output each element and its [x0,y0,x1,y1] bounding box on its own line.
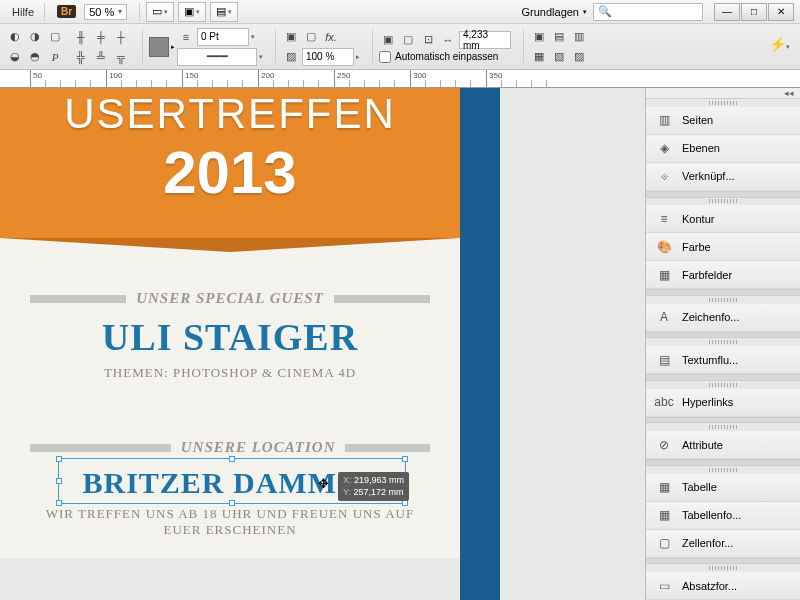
section-label: UNSER SPECIAL GUEST [136,290,324,307]
panel-icon: ⟐ [656,168,672,184]
fx-button[interactable]: fx. [322,28,340,46]
guest-name: ULI STAIGER [30,315,430,359]
section-label: UNSERE LOCATION [181,439,336,456]
panel-label: Kontur [682,213,714,225]
panel-icon: ≡ [656,211,672,227]
frame-size-icon[interactable]: ↔ [439,31,457,49]
align-icon[interactable]: ╫ [72,28,90,46]
search-field[interactable]: 🔍 [593,3,703,21]
panel-item[interactable]: ▤Textumflu... [646,346,800,374]
panel-item[interactable]: AZeichenfo... [646,304,800,332]
wrap-icon[interactable]: ▦ [530,48,548,66]
panel-label: Verknüpf... [682,170,735,182]
frame-fit-icon[interactable]: ▢ [399,31,417,49]
panel-icon: ▥ [656,112,672,128]
cursor-icon: ✥ [318,476,329,491]
maximize-button[interactable]: □ [741,3,767,21]
panel-label: Zeichenfo... [682,311,739,323]
canvas-area[interactable]: USERTREFFEN 2013 UNSER SPECIAL GUEST ULI… [0,88,645,600]
panel-label: Seiten [682,114,713,126]
quick-apply-icon[interactable]: ⚡▾ [769,36,790,52]
panel-item[interactable]: ◈Ebenen [646,135,800,163]
panel-item[interactable]: abcHyperlinks [646,389,800,417]
wrap-icon[interactable]: ▣ [530,28,548,46]
stroke-icon[interactable]: ≡ [177,28,195,46]
panel-label: Textumflu... [682,354,738,366]
panel-item[interactable]: ⟐Verknüpf... [646,163,800,191]
banner-title-1: USERTREFFEN [0,88,460,138]
collapse-panels-icon[interactable]: ◂◂ [646,88,800,99]
tool-icon[interactable]: ◑ [26,28,44,46]
align-icon[interactable]: ╦ [112,48,130,66]
panel-icon: ▦ [656,479,672,495]
wrap-icon[interactable]: ▥ [570,28,588,46]
bridge-badge[interactable]: Br [57,5,76,18]
tool-icon[interactable]: ◐ [6,28,24,46]
stroke-style[interactable]: ━━━ [177,48,257,66]
panel-item[interactable]: ▦Farbfelder [646,261,800,289]
menubar: Hilfe Br 50 %▾ ▭▾ ▣▾ ▤▾ Grundlagen▾ 🔍 — … [0,0,800,24]
panel-item[interactable]: ▦Tabelle [646,474,800,502]
panel-icon: ▢ [656,535,672,551]
panel-icon: ▤ [656,352,672,368]
frame-size-field[interactable]: 4,233 mm [459,31,511,49]
align-icon[interactable]: ╪ [92,28,110,46]
panel-label: Ebenen [682,142,720,154]
align-icon[interactable]: ╬ [72,48,90,66]
panel-icon: abc [656,394,672,410]
panel-item[interactable]: ⊘Attribute [646,431,800,459]
align-icon[interactable]: ┼ [112,28,130,46]
tool-icon[interactable]: ◓ [26,48,44,66]
panel-label: Zellenfor... [682,537,733,549]
wrap-icon[interactable]: ▤ [550,28,568,46]
panel-label: Farbe [682,241,711,253]
panel-icon: ◈ [656,140,672,156]
panel-item[interactable]: ▦Tabellenfo... [646,502,800,530]
panel-dock: ◂◂ ▥Seiten◈Ebenen⟐Verknüpf... ≡Kontur🎨Fa… [645,88,800,600]
frame-fit-icon[interactable]: ⊡ [419,31,437,49]
align-icon[interactable]: ╩ [92,48,110,66]
location-sub: WIR TREFFEN UNS AB 18 UHR UND FREUEN UNS… [30,506,430,538]
menu-help[interactable]: Hilfe [6,6,40,18]
panel-icon: ⊘ [656,437,672,453]
screen-mode-button[interactable]: ▭▾ [146,2,174,22]
fx-icon[interactable]: ▢ [302,28,320,46]
arrange-button[interactable]: ▣▾ [178,2,206,22]
panel-icon: A [656,309,672,325]
horizontal-ruler: 50100150200250300350 [0,70,800,88]
banner-title-2: 2013 [0,138,460,207]
wrap-icon[interactable]: ▧ [550,48,568,66]
panel-label: Tabelle [682,481,717,493]
frame-fit-icon[interactable]: ▣ [379,31,397,49]
wrap-icon[interactable]: ▨ [570,48,588,66]
tool-icon[interactable]: ◒ [6,48,24,66]
fx-icon[interactable]: ▣ [282,28,300,46]
panel-item[interactable]: 🎨Farbe [646,233,800,261]
panel-item[interactable]: ▢Zellenfor... [646,530,800,558]
panel-item[interactable]: ▭Absatzfor... [646,572,800,600]
panel-icon: ▭ [656,578,672,594]
view-options-button[interactable]: ▤▾ [210,2,238,22]
opacity-icon[interactable]: ▨ [282,48,300,66]
stroke-weight-field[interactable]: 0 Pt [197,28,249,46]
panel-icon: 🎨 [656,239,672,255]
opacity-field[interactable]: 100 % [302,48,354,66]
auto-fit-checkbox[interactable] [379,51,391,63]
panel-icon: ▦ [656,507,672,523]
workspace-switcher[interactable]: Grundlagen▾ [516,6,594,18]
fill-swatch[interactable]: ▸ [149,37,175,57]
type-tool-icon[interactable]: P [46,48,64,66]
zoom-field[interactable]: 50 %▾ [84,4,127,20]
panel-icon: ▦ [656,267,672,283]
panel-label: Hyperlinks [682,396,733,408]
control-bar: ◐◑▢ ◒◓P ╫╪┼ ╬╩╦ ▸ ≡0 Pt▾ ━━━▾ ▣▢fx. ▨100… [0,24,800,70]
minimize-button[interactable]: — [714,3,740,21]
panel-label: Attribute [682,439,723,451]
auto-fit-label: Automatisch einpassen [395,51,498,62]
guest-topics: THEMEN: PHOTOSHOP & CINEMA 4D [30,365,430,381]
tool-icon[interactable]: ▢ [46,28,64,46]
panel-item[interactable]: ▥Seiten [646,107,800,135]
panel-label: Tabellenfo... [682,509,741,521]
close-button[interactable]: ✕ [768,3,794,21]
panel-item[interactable]: ≡Kontur [646,205,800,233]
